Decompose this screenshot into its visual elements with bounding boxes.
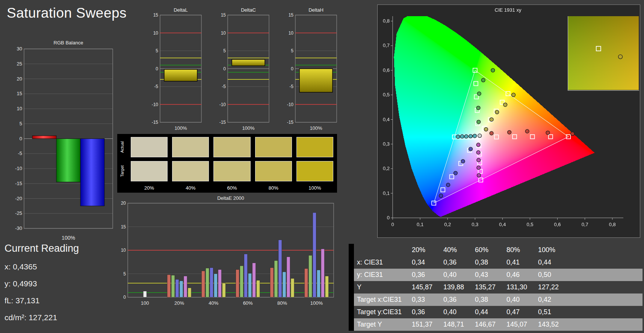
svg-text:0,7: 0,7 [582, 222, 588, 227]
svg-text:0,8: 0,8 [609, 222, 616, 227]
svg-text:-15: -15 [219, 120, 226, 125]
svg-text:-5: -5 [289, 84, 293, 89]
svg-text:10: 10 [221, 30, 226, 36]
color-swatch-actual [131, 137, 168, 157]
table-edge [349, 244, 354, 256]
svg-text:5: 5 [20, 121, 22, 126]
svg-text:30: 30 [17, 46, 22, 52]
table-col-header: 40% [442, 246, 473, 254]
table-edge [349, 281, 354, 293]
table-cell: 0,50 [537, 271, 568, 279]
table-edge [349, 269, 354, 281]
table-col-header: 60% [473, 246, 505, 254]
table-filler [568, 256, 642, 269]
svg-text:-10: -10 [219, 102, 226, 107]
table-row: Target x:CIE310,330,360,380,400,42 [349, 293, 642, 306]
svg-text:80%: 80% [277, 300, 287, 306]
cie-zoom-inset [568, 16, 639, 91]
svg-text:10: 10 [121, 248, 126, 253]
table-cell: 0,34 [410, 258, 442, 266]
table-cell: 145,07 [505, 321, 537, 328]
svg-text:10: 10 [153, 30, 159, 36]
color-swatch-target [296, 161, 333, 181]
table-edge [349, 293, 354, 306]
table-cell: 146,67 [473, 321, 505, 328]
svg-text:DeltaC: DeltaC [241, 7, 256, 13]
svg-text:0,1: 0,1 [383, 190, 390, 196]
table-cell: 0,44 [473, 308, 505, 316]
svg-text:0,6: 0,6 [554, 222, 561, 227]
svg-text:0: 0 [20, 136, 22, 141]
svg-text:0,2: 0,2 [444, 222, 451, 227]
table-col-header: 100% [537, 246, 568, 254]
table-filler [568, 281, 642, 293]
delta-e-2000-chart: DeltaE 20000510152010020%40%60%80%100% [116, 195, 337, 308]
svg-text:10: 10 [289, 30, 294, 36]
svg-text:15: 15 [121, 224, 126, 230]
table-cell: 0,40 [505, 296, 537, 304]
svg-text:0,4: 0,4 [383, 117, 390, 122]
svg-text:10: 10 [17, 106, 22, 111]
delta-l-chart: DeltaL151050-5-10-15100% [147, 7, 204, 133]
table-col-header: 20% [410, 246, 442, 254]
svg-text:DeltaH: DeltaH [308, 7, 324, 13]
table-cell: 0,51 [537, 308, 568, 316]
svg-text:-10: -10 [15, 166, 22, 171]
table-filler [568, 306, 642, 318]
reading-fl: fL: 37,131 [5, 292, 79, 309]
table-header-row: 20%40%60%80%100% [349, 244, 642, 256]
svg-text:20: 20 [17, 76, 22, 82]
reading-cdm2: cd/m²: 127,221 [5, 309, 79, 326]
table-filler [568, 269, 642, 281]
svg-text:-20: -20 [15, 196, 22, 201]
table-row-label: Y [354, 283, 410, 291]
color-swatch-target [131, 161, 168, 181]
svg-text:DeltaE 2000: DeltaE 2000 [217, 195, 244, 201]
color-swatch-target [255, 161, 292, 181]
reading-y: y: 0,4993 [5, 275, 79, 292]
table-row-label: Target y:CIE31 [354, 308, 410, 316]
page-title: Saturation Sweeps [7, 5, 127, 21]
table-cell: 0,36 [442, 258, 473, 266]
table-cell: 145,87 [410, 283, 442, 291]
svg-text:100%: 100% [174, 125, 187, 131]
svg-text:0: 0 [291, 66, 293, 71]
current-reading: Current Reading x: 0,4365 y: 0,4993 fL: … [5, 243, 79, 326]
svg-text:5: 5 [156, 48, 158, 53]
svg-text:0: 0 [156, 66, 158, 71]
swatch-col-label: 80% [255, 185, 292, 192]
svg-text:5: 5 [223, 48, 226, 53]
table-row: x: CIE310,340,360,380,410,44 [349, 256, 642, 269]
svg-text:0,6: 0,6 [383, 67, 390, 73]
svg-text:-5: -5 [154, 84, 158, 89]
svg-text:0: 0 [387, 215, 390, 220]
table-cell: 148,71 [442, 321, 473, 328]
table-filler [568, 244, 642, 256]
color-swatch-target [213, 161, 250, 181]
svg-text:RGB Balance: RGB Balance [54, 40, 83, 46]
svg-text:25: 25 [17, 61, 22, 67]
table-cell: 0,36 [410, 308, 442, 316]
color-swatch-target [172, 161, 209, 181]
svg-text:100%: 100% [62, 235, 75, 241]
svg-text:0,3: 0,3 [472, 222, 478, 227]
table-row-label: y: CIE31 [354, 271, 410, 279]
table-cell: 131,30 [505, 283, 537, 291]
svg-text:20%: 20% [174, 300, 184, 306]
delta-h-chart: DeltaH151050-5-10-15100% [283, 7, 339, 133]
table-edge [349, 256, 354, 269]
svg-text:-15: -15 [15, 181, 22, 186]
current-reading-title: Current Reading [5, 243, 79, 254]
svg-text:0,5: 0,5 [526, 222, 533, 227]
color-swatch-actual [296, 137, 333, 157]
table-cell: 151,37 [410, 321, 442, 328]
svg-text:100%: 100% [310, 125, 322, 131]
table-cell: 0,40 [442, 271, 473, 279]
swatch-col-label: 60% [213, 185, 250, 192]
table-filler [568, 318, 642, 331]
svg-text:DeltaL: DeltaL [174, 7, 188, 13]
svg-text:60%: 60% [243, 300, 253, 306]
calibration-dashboard: Saturation Sweeps RGB Balance30252015105… [0, 0, 644, 333]
svg-text:0,5: 0,5 [383, 92, 390, 97]
saturation-swatch-panel: ActualTarget20%40%60%80%100% [117, 134, 337, 193]
